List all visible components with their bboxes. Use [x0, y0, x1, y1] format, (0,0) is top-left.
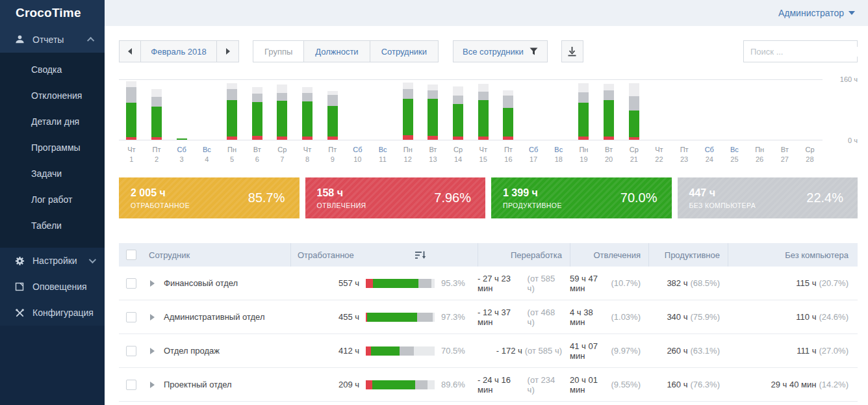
x-tick-weekday: Пт — [320, 145, 345, 155]
x-tick-day: 1 — [119, 155, 144, 164]
select-all-checkbox[interactable] — [126, 250, 136, 260]
department-name[interactable]: Проектный отдел — [164, 380, 232, 389]
sidebar-item-notifications[interactable]: Оповещения — [0, 274, 105, 300]
table-header: Сотрудник Отработанное Переработка Отвле… — [119, 243, 858, 267]
sidebar-item-settings[interactable]: Настройки — [0, 248, 105, 274]
x-tick-weekday: Чт — [119, 145, 144, 155]
department-name[interactable]: Финансовый отдел — [164, 278, 238, 288]
export-button[interactable] — [561, 40, 583, 62]
department-name[interactable]: Административный отдел — [164, 312, 264, 322]
x-tick-day: 15 — [470, 155, 496, 164]
bar-segment-distractions — [478, 137, 489, 140]
sidebar-subitem[interactable]: Сводка — [0, 57, 105, 83]
bar-segment-idle — [252, 87, 262, 94]
x-tick-weekday: Чт — [646, 145, 672, 155]
x-tick-day: 24 — [696, 155, 722, 164]
x-tick-weekday: Пт — [496, 145, 521, 155]
sidebar-item-configuration[interactable]: Конфигурация — [0, 300, 105, 326]
kpi-value: 158 ч — [317, 187, 366, 199]
kpi-value: 447 ч — [689, 187, 756, 199]
bar-segment-idle — [578, 83, 589, 92]
sidebar-item-configuration-label: Конфигурация — [32, 307, 105, 318]
expand-row-icon[interactable] — [150, 280, 155, 287]
sidebar-subitem[interactable]: Программы — [0, 135, 105, 161]
user-icon — [14, 34, 25, 44]
bar-segment-offline — [302, 93, 313, 101]
expand-row-icon[interactable] — [150, 314, 155, 320]
tab-groups[interactable]: Группы — [253, 40, 304, 62]
chart-bar-day-24 — [696, 80, 722, 140]
sidebar-subitem[interactable]: Табели — [0, 213, 105, 239]
header-overtime[interactable]: Переработка — [478, 243, 570, 267]
chart-bar-day-13 — [420, 80, 446, 140]
kpi-value: 1 399 ч — [503, 187, 562, 199]
bar-segment-productive — [227, 100, 237, 137]
x-tick-day: 28 — [797, 155, 823, 164]
x-tick-weekday: Ср — [270, 145, 295, 155]
x-tick: Вт6 — [244, 145, 270, 164]
expand-row-icon[interactable] — [150, 348, 155, 354]
row-checkbox[interactable] — [126, 312, 136, 322]
x-tick: Вт20 — [596, 145, 622, 164]
header-productive[interactable]: Продуктивное — [648, 243, 728, 267]
sidebar-subitem[interactable]: Детали дня — [0, 109, 105, 135]
view-tabs: Группы Должности Сотрудники — [253, 40, 439, 62]
header-offline[interactable]: Без компьютера — [728, 243, 858, 267]
next-period-button[interactable] — [217, 40, 239, 62]
x-tick: Чт8 — [295, 145, 320, 164]
department-name[interactable]: Отдел продаж — [164, 346, 220, 356]
sidebar-group-reports[interactable]: Отчеты — [0, 26, 105, 53]
sidebar-subitem[interactable]: Отклонения — [0, 83, 105, 109]
tab-employees[interactable]: Сотрудники — [370, 40, 439, 62]
x-tick-day: 16 — [496, 155, 521, 164]
x-tick-day: 23 — [672, 155, 697, 164]
offline-percent: (14.2%) — [819, 380, 849, 389]
offline-value: 115 ч — [796, 278, 816, 288]
bar-segment-distractions — [578, 137, 589, 140]
x-tick-day: 13 — [420, 155, 446, 164]
chart-x-axis: Чт1Пт2Сб3Вс4Пн5Вт6Ср7Чт8Пт9Сб10Вс11Пн12В… — [119, 145, 823, 164]
x-tick: Пн5 — [220, 145, 245, 164]
bar-segment-idle — [453, 86, 463, 96]
user-menu[interactable]: Администратор — [778, 8, 855, 18]
x-tick: Сб17 — [521, 145, 546, 164]
chart-bar-day-25 — [722, 80, 747, 140]
sidebar-subitem[interactable]: Задачи — [0, 161, 105, 187]
worked-percent: 89.6% — [441, 380, 478, 389]
sidebar-subitem[interactable]: Лог работ — [0, 187, 105, 213]
search-input[interactable] — [750, 47, 865, 57]
bar-segment-productive — [428, 99, 438, 137]
sort-descending-icon[interactable] — [415, 251, 426, 259]
row-checkbox[interactable] — [126, 278, 136, 289]
employee-filter-button[interactable]: Все сотрудники — [453, 40, 548, 62]
period-button[interactable]: Февраль 2018 — [141, 40, 217, 62]
worked-hours: 412 ч — [290, 346, 359, 356]
chart-bar-day-10 — [345, 80, 370, 140]
progress-segment-green — [373, 279, 418, 288]
progress-segment-gray — [417, 313, 432, 322]
prev-period-button[interactable] — [119, 40, 141, 62]
kpi-card: 1 399 чПРОДУКТИВНОЕ70.0% — [491, 177, 672, 218]
sidebar-item-settings-label: Настройки — [32, 255, 89, 266]
x-tick: Пн26 — [747, 145, 772, 164]
overtime-value: - 24 ч 16 мин — [478, 375, 525, 395]
chart-bar-day-28 — [797, 80, 823, 140]
bar-segment-productive — [629, 111, 639, 137]
x-tick-weekday: Ср — [797, 145, 823, 155]
x-tick-weekday: Пт — [672, 145, 697, 155]
bar-segment-distractions — [428, 136, 438, 140]
offline-value: 111 ч — [797, 346, 816, 356]
offline-value: 29 ч 40 мин — [771, 380, 817, 389]
header-distractions[interactable]: Отвлечения — [570, 243, 648, 267]
tab-positions[interactable]: Должности — [304, 40, 370, 62]
bar-segment-productive — [302, 101, 313, 137]
x-tick: Пт9 — [320, 145, 345, 164]
x-tick-weekday: Сб — [521, 145, 546, 155]
kpi-value: 2 005 ч — [131, 187, 190, 199]
row-checkbox[interactable] — [126, 380, 136, 390]
bar-segment-offline — [277, 93, 287, 101]
row-checkbox[interactable] — [126, 346, 136, 356]
bar-segment-offline — [227, 89, 237, 100]
expand-row-icon[interactable] — [150, 382, 155, 388]
date-navigator: Февраль 2018 — [119, 40, 239, 62]
